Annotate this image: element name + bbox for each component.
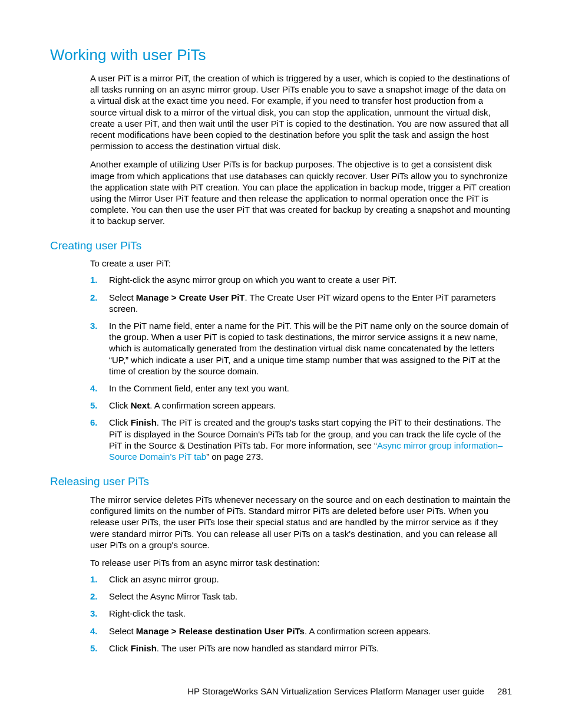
release-step-5: Click Finish. The user PiTs are now hand… [90, 643, 512, 654]
step-text-c: . The user PiTs are now handled as stand… [157, 643, 379, 653]
step-text-d: ” on page 273. [206, 452, 263, 462]
paragraph-intro-1: A user PiT is a mirror PiT, the creation… [90, 73, 512, 151]
release-step-3: Right-click the task. [90, 608, 512, 619]
step-text: Right-click the async mirror group on wh… [109, 275, 397, 285]
paragraph-intro-2: Another example of utilizing User PiTs i… [90, 159, 512, 226]
create-step-4: In the Comment field, enter any text you… [90, 383, 512, 394]
step-text-a: Click [109, 417, 131, 427]
step-text: In the PiT name field, enter a name for … [109, 321, 508, 376]
create-intro: To create a user PiT: [90, 258, 512, 268]
release-step-4: Select Manage > Release destination User… [90, 625, 512, 637]
step-text: Right-click the task. [109, 608, 186, 618]
step-text-a: Select [109, 292, 136, 302]
heading-working-with-user-pits: Working with user PiTs [50, 46, 512, 64]
footer-title: HP StorageWorks SAN Virtualization Servi… [187, 686, 484, 696]
create-step-6: Click Finish. The PiT is created and the… [90, 417, 512, 462]
step-text-c: . A confirmation screen appears. [305, 626, 431, 636]
page-number: 281 [497, 686, 512, 696]
step-bold: Finish [131, 643, 157, 653]
release-steps-list: Click an async mirror group. Select the … [90, 574, 512, 654]
step-text-a: Click [109, 400, 131, 410]
release-step-2: Select the Async Mirror Task tab. [90, 591, 512, 602]
step-text: Select the Async Mirror Task tab. [109, 591, 237, 601]
step-text-a: Select [109, 626, 136, 636]
heading-releasing-user-pits: Releasing user PiTs [50, 475, 512, 488]
create-steps-list: Right-click the async mirror group on wh… [90, 274, 512, 462]
create-step-2: Select Manage > Create User PiT. The Cre… [90, 292, 512, 314]
step-text-c: . A confirmation screen appears. [150, 400, 276, 410]
page-footer: HP StorageWorks SAN Virtualization Servi… [50, 686, 512, 696]
create-step-1: Right-click the async mirror group on wh… [90, 274, 512, 285]
step-bold: Manage > Release destination User PiTs [136, 626, 305, 636]
step-text: Click an async mirror group. [109, 574, 219, 584]
step-text-a: Click [109, 643, 131, 653]
document-page: Working with user PiTs A user PiT is a m… [0, 0, 562, 728]
release-intro: To release user PiTs from an async mirro… [90, 558, 512, 568]
step-bold: Manage > Create User PiT [136, 292, 245, 302]
release-paragraph: The mirror service deletes PiTs whenever… [90, 494, 512, 551]
create-step-5: Click Next. A confirmation screen appear… [90, 400, 512, 411]
release-step-1: Click an async mirror group. [90, 574, 512, 585]
step-bold: Next [131, 400, 150, 410]
step-text: In the Comment field, enter any text you… [109, 383, 289, 393]
heading-creating-user-pits: Creating user PiTs [50, 239, 512, 252]
step-bold: Finish [131, 417, 157, 427]
create-step-3: In the PiT name field, enter a name for … [90, 320, 512, 377]
